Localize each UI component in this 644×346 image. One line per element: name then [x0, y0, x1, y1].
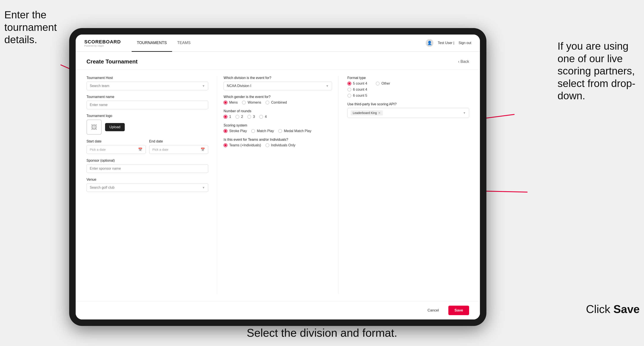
nav-tabs: TOURNAMENTS TEAMS: [132, 34, 426, 51]
name-field-group: Tournament name: [86, 95, 208, 109]
annotation-topleft: Enter the tournament details.: [4, 9, 74, 46]
gender-womens-radio[interactable]: [242, 101, 246, 104]
date-row: Start date Pick a date 📅 End date: [86, 140, 208, 154]
venue-label: Venue: [86, 178, 208, 181]
rounds-4-label: 4: [265, 115, 267, 119]
division-value: NCAA Division I: [227, 84, 251, 88]
top-nav: SCOREBOARD Powered by clippit TOURNAMENT…: [76, 34, 480, 52]
nav-right: 👤 Test User | Sign out: [426, 39, 471, 47]
tablet-device: SCOREBOARD Powered by clippit TOURNAMENT…: [69, 28, 486, 326]
logo-name: SCOREBOARD: [84, 39, 121, 45]
format-type-field-group: Format type 5 count 4: [348, 76, 469, 98]
gender-label: Which gender is the event for?: [224, 95, 332, 99]
name-input-wrapper[interactable]: [86, 101, 208, 109]
format-type-options: 5 count 4 6 count 4 6 coun: [348, 82, 469, 98]
host-input-wrapper[interactable]: ▼: [86, 82, 208, 90]
scoring-medal-match-play[interactable]: Medal Match Play: [278, 129, 311, 133]
end-date-label: End date: [149, 140, 208, 143]
format-other-radio[interactable]: [376, 82, 380, 85]
scoring-field-group: Scoring system Stroke Play Match Play: [224, 124, 332, 133]
rounds-3[interactable]: 3: [247, 115, 255, 119]
rounds-3-radio[interactable]: [247, 115, 251, 119]
format-other[interactable]: Other: [376, 82, 390, 85]
format-6count4-label: 6 count 4: [353, 88, 367, 92]
event-teams-label: Teams (+Individuals): [229, 143, 261, 147]
end-date-placeholder: Pick a date: [152, 148, 168, 151]
rounds-1-radio[interactable]: [224, 115, 228, 119]
rounds-2[interactable]: 2: [236, 115, 243, 119]
event-individuals[interactable]: Individuals Only: [266, 143, 296, 147]
sponsor-label: Sponsor (optional): [86, 159, 208, 163]
live-scoring-tag-value: Leaderboard King: [353, 111, 377, 115]
format-type-right: Other: [376, 82, 390, 98]
signout-link[interactable]: Sign out: [458, 41, 471, 45]
rounds-4[interactable]: 4: [259, 115, 267, 119]
format-6count5-radio[interactable]: [348, 94, 351, 98]
gender-mens-label: Mens: [229, 101, 238, 104]
logo-upload-area: 🖼 Upload: [86, 120, 208, 135]
rounds-3-label: 3: [253, 115, 255, 119]
upload-button[interactable]: Upload: [105, 123, 125, 131]
gender-combined-radio[interactable]: [266, 101, 269, 104]
event-teams-radio[interactable]: [224, 143, 228, 147]
gender-mens-radio[interactable]: [224, 101, 228, 104]
gender-combined[interactable]: Combined: [266, 101, 287, 104]
event-individuals-radio[interactable]: [266, 143, 269, 147]
tablet-screen: SCOREBOARD Powered by clippit TOURNAMENT…: [76, 34, 480, 320]
end-date-field: End date Pick a date 📅: [149, 140, 208, 154]
back-link[interactable]: Back: [458, 59, 469, 64]
rounds-1-label: 1: [229, 115, 231, 119]
event-individuals-label: Individuals Only: [271, 143, 296, 147]
rounds-field-group: Number of rounds 1 2: [224, 109, 332, 119]
live-scoring-select[interactable]: Leaderboard King ✕ ▼: [348, 108, 469, 118]
format-6count4[interactable]: 6 count 4: [348, 88, 367, 92]
search-golf-club-input[interactable]: [90, 186, 202, 189]
scoring-match-play[interactable]: Match Play: [251, 129, 274, 133]
event-type-radio-group: Teams (+Individuals) Individuals Only: [224, 143, 332, 147]
venue-input-wrapper[interactable]: ▼: [86, 183, 208, 192]
host-field-group: Tournament Host ▼: [86, 76, 208, 90]
scoring-medal-radio[interactable]: [278, 129, 282, 133]
rounds-4-radio[interactable]: [259, 115, 263, 119]
cancel-button[interactable]: Cancel: [421, 306, 445, 315]
host-label: Tournament Host: [86, 76, 208, 80]
gender-womens[interactable]: Womens: [242, 101, 261, 104]
app-logo: SCOREBOARD Powered by clippit: [84, 39, 121, 47]
dropdown-icon: ▼: [202, 84, 205, 88]
division-select[interactable]: NCAA Division I ▼: [224, 82, 332, 90]
tournament-name-input[interactable]: [90, 103, 205, 107]
format-6count4-radio[interactable]: [348, 88, 351, 92]
logo-label: Tournament logo: [86, 114, 208, 118]
search-team-input[interactable]: [90, 84, 202, 88]
end-date-input[interactable]: Pick a date 📅: [149, 145, 208, 154]
format-5count4[interactable]: 5 count 4: [348, 82, 367, 85]
logo-sub: Powered by clippit: [84, 45, 121, 47]
scoring-stroke-radio[interactable]: [224, 129, 228, 133]
calendar-icon: 📅: [138, 148, 142, 152]
scoring-medal-label: Medal Match Play: [284, 129, 311, 133]
rounds-2-radio[interactable]: [236, 115, 239, 119]
tab-teams[interactable]: TEAMS: [172, 34, 196, 52]
start-date-input[interactable]: Pick a date 📅: [86, 145, 146, 154]
save-button[interactable]: Save: [448, 306, 469, 315]
format-type-left: 5 count 4 6 count 4 6 coun: [348, 82, 367, 98]
annotation-bottomcenter: Select the division and format.: [247, 326, 397, 340]
gender-mens[interactable]: Mens: [224, 101, 238, 104]
live-scoring-tag-close[interactable]: ✕: [378, 111, 381, 115]
scoring-match-radio[interactable]: [251, 129, 255, 133]
format-5count4-radio[interactable]: [348, 82, 351, 85]
sponsor-input[interactable]: [90, 167, 205, 171]
gender-radio-group: Mens Womens Combined: [224, 101, 332, 104]
user-name: Test User |: [438, 41, 454, 45]
rounds-1[interactable]: 1: [224, 115, 231, 119]
logo-placeholder: 🖼: [86, 120, 102, 135]
tab-tournaments[interactable]: TOURNAMENTS: [132, 34, 172, 52]
sponsor-input-wrapper[interactable]: [86, 164, 208, 173]
scoring-radio-group: Stroke Play Match Play Medal Match Play: [224, 129, 332, 133]
main-content: Create Tournament Back Tournament Host ▼: [76, 52, 480, 320]
event-teams[interactable]: Teams (+Individuals): [224, 143, 261, 147]
gender-field-group: Which gender is the event for? Mens Wome…: [224, 95, 332, 104]
create-tournament-form: Create Tournament Back Tournament Host ▼: [76, 52, 480, 320]
format-6count5[interactable]: 6 count 5: [348, 94, 367, 98]
scoring-stroke-play[interactable]: Stroke Play: [224, 129, 247, 133]
